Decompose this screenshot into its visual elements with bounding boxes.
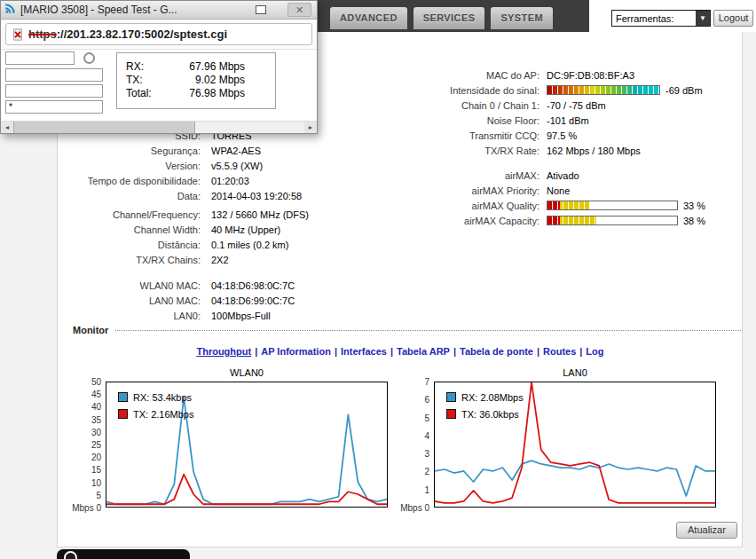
result-row-tx: TX:9.02 Mbps bbox=[117, 73, 275, 86]
scroll-left-icon[interactable]: ◄ bbox=[1, 122, 13, 133]
popup-input-1[interactable] bbox=[5, 51, 75, 65]
status-label: MAC do AP: bbox=[373, 70, 539, 81]
address-bar: https://201.23.82.170:5002/sptest.cgi bbox=[1, 20, 317, 50]
status-value: 33 % bbox=[547, 201, 705, 211]
status-label: TX/RX Rate: bbox=[373, 146, 539, 156]
result-label: TX: bbox=[126, 74, 163, 86]
status-label: Segurança: bbox=[67, 146, 201, 156]
scroll-right-icon[interactable]: ► bbox=[304, 122, 317, 133]
tab-advanced[interactable]: ADVANCED bbox=[330, 7, 407, 29]
y-axis-zero-label: Mbps 0 bbox=[72, 503, 101, 513]
monitor-link-ap-information[interactable]: AP Information bbox=[261, 346, 331, 357]
tools-dropdown-label: Ferramentas: bbox=[612, 13, 696, 24]
status-row-tempo-de-disponibilidade: Tempo de disponibilidade:01:20:03 bbox=[67, 173, 369, 188]
url-scheme: https bbox=[28, 28, 57, 41]
status-row-data: Data:2014-04-03 19:20:58 bbox=[67, 188, 369, 203]
result-row-rx: RX:67.96 Mbps bbox=[117, 59, 275, 73]
status-value: 40 MHz (Upper) bbox=[211, 224, 280, 235]
popup-title-bar[interactable]: [MARIO 3508] - Speed Test - G... ✕ bbox=[1, 1, 317, 20]
plot-area-lan0: RX: 2.08MbpsTX: 36.0kbps bbox=[434, 382, 716, 508]
status-left-column: SSID:TORRESSegurança:WPA2-AESVersion:v5.… bbox=[67, 128, 369, 323]
status-row-tx-rx-chains: TX/RX Chains:2X2 bbox=[67, 252, 369, 267]
chart-title-lan0: LAN0 bbox=[434, 367, 716, 378]
y-tick: 50 bbox=[91, 377, 101, 387]
plot-area-wlan0: RX: 53.4kbpsTX: 2.16Mbps bbox=[106, 382, 388, 508]
y-axis-wlan0: 5045403530252015105Mbps 0 bbox=[77, 382, 106, 508]
status-label: LAN0: bbox=[67, 311, 201, 321]
status-label: airMAX Capacity: bbox=[373, 216, 539, 226]
monitor-link-tabela-de-ponte[interactable]: Tabela de ponte bbox=[460, 346, 533, 357]
minimize-button[interactable] bbox=[256, 5, 266, 14]
status-row-airmax-capacity: airMAX Capacity:38 % bbox=[373, 213, 736, 228]
status-value: 97.5 % bbox=[547, 130, 577, 141]
y-axis-lan0: 7654321Mbps 0 bbox=[406, 382, 434, 508]
legend-label: TX: 36.0kbps bbox=[461, 409, 519, 420]
status-label: LAN0 MAC: bbox=[67, 295, 201, 306]
result-row-total: Total:76.98 Mbps bbox=[117, 86, 275, 99]
legend-label: RX: 53.4kbps bbox=[133, 392, 192, 403]
status-value: None bbox=[547, 185, 570, 196]
status-row-transmitir-ccq: Transmitir CCQ:97.5 % bbox=[373, 128, 736, 143]
y-tick: 30 bbox=[91, 427, 101, 437]
status-label: airMAX: bbox=[373, 170, 539, 181]
chart-legend-wlan0: RX: 53.4kbpsTX: 2.16Mbps bbox=[118, 390, 193, 424]
legend-swatch bbox=[118, 409, 128, 419]
result-value: 67.96 Mbps bbox=[163, 60, 245, 73]
tools-dropdown[interactable]: Ferramentas: ▼ bbox=[611, 10, 711, 27]
popup-input-3[interactable] bbox=[5, 84, 103, 98]
status-label: Chain 0 / Chain 1: bbox=[373, 100, 539, 111]
feed-icon bbox=[4, 3, 16, 17]
link-separator: | bbox=[453, 346, 456, 357]
url-field[interactable]: https://201.23.82.170:5002/sptest.cgi bbox=[5, 23, 312, 45]
monitor-link-log[interactable]: Log bbox=[586, 346, 603, 357]
logout-button[interactable]: Logout bbox=[713, 10, 753, 27]
status-value: -101 dBm bbox=[547, 115, 589, 126]
status-label: TX/RX Chains: bbox=[67, 255, 201, 265]
status-label: Channel Width: bbox=[67, 224, 201, 235]
password-input[interactable] bbox=[5, 100, 103, 114]
result-value: 9.02 Mbps bbox=[163, 74, 245, 86]
status-label: WLAN0 MAC: bbox=[67, 280, 201, 291]
close-button[interactable]: ✕ bbox=[287, 3, 311, 17]
status-row-airmax: airMAX:Ativado bbox=[373, 168, 736, 183]
y-tick: 4 bbox=[424, 430, 429, 440]
status-row-airmax-priority: airMAX Priority:None bbox=[373, 183, 736, 198]
status-row-lan0-mac: LAN0 MAC:04:18:D6:99:0C:7C bbox=[67, 293, 369, 308]
status-row-lan0: LAN0:100Mbps-Full bbox=[67, 308, 369, 323]
tab-services[interactable]: SERVICES bbox=[413, 7, 485, 29]
monitor-link-tabela-arp[interactable]: Tabela ARP bbox=[397, 346, 450, 357]
status-value: -69 dBm bbox=[547, 85, 703, 96]
status-value: v5.5.9 (XW) bbox=[211, 161, 263, 171]
popup-content: RX:67.96 MbpsTX:9.02 MbpsTotal:76.98 Mbp… bbox=[1, 50, 317, 122]
monitor-link-routes[interactable]: Routes bbox=[543, 346, 576, 357]
y-tick: 40 bbox=[91, 402, 101, 412]
status-row-dist-ncia: Distância:0.1 miles (0.2 km) bbox=[67, 237, 369, 252]
status-row-version: Version:v5.5.9 (XW) bbox=[67, 158, 369, 173]
horizontal-scrollbar[interactable]: ◄ ► bbox=[1, 121, 317, 133]
status-row-channel-frequency: Channel/Frequency:132 / 5660 MHz (DFS) bbox=[67, 207, 369, 222]
monitor-link-throughput[interactable]: Throughput bbox=[196, 346, 251, 357]
y-tick: 5 bbox=[424, 413, 429, 422]
legend-entry: RX: 2.08Mbps bbox=[446, 390, 524, 404]
y-tick: 10 bbox=[91, 477, 101, 487]
scrollbar-thumb[interactable] bbox=[13, 122, 195, 133]
monitor-link-interfaces[interactable]: Interfaces bbox=[341, 346, 387, 357]
popup-input-2[interactable] bbox=[5, 68, 103, 82]
refresh-button[interactable]: Atualizar bbox=[676, 522, 737, 539]
status-row-intensidade-do-sinal: Intensidade do sinal:-69 dBm bbox=[373, 83, 736, 98]
status-row-seguran-a: Segurança:WPA2-AES bbox=[67, 143, 369, 158]
certificate-error-icon[interactable] bbox=[12, 28, 24, 41]
link-separator: | bbox=[579, 346, 582, 357]
status-label: Transmitir CCQ: bbox=[373, 130, 539, 141]
status-row-channel-width: Channel Width:40 MHz (Upper) bbox=[67, 222, 369, 237]
scrollbar-track[interactable] bbox=[195, 122, 304, 133]
y-tick: 20 bbox=[91, 453, 101, 462]
tab-system[interactable]: SYSTEM bbox=[491, 7, 553, 29]
result-label: Total: bbox=[126, 87, 163, 99]
status-label: Noise Floor: bbox=[373, 115, 539, 126]
status-label: Intensidade do sinal: bbox=[373, 85, 539, 96]
link-separator: | bbox=[537, 346, 539, 357]
signal-strength-bar bbox=[547, 85, 660, 95]
result-value: 76.98 Mbps bbox=[163, 87, 245, 99]
link-separator: | bbox=[390, 346, 393, 357]
